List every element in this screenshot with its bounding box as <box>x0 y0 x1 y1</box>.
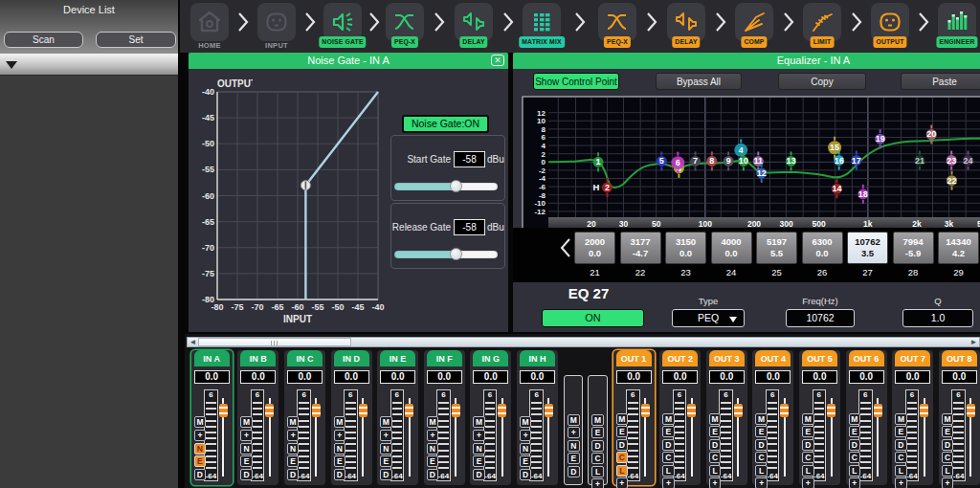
start-gate-slider[interactable] <box>394 183 498 190</box>
channel-button-e[interactable]: E <box>662 426 675 437</box>
channel-button-m[interactable]: M <box>942 413 954 425</box>
channel-button-plus[interactable]: + <box>591 478 604 488</box>
channel-button-m[interactable]: M <box>616 413 629 425</box>
channel-button-d[interactable]: D <box>568 466 580 477</box>
channel-button-e[interactable]: E <box>194 455 207 467</box>
scroll-left-icon[interactable]: ◄ <box>188 338 198 346</box>
release-gate-slider[interactable] <box>394 251 498 258</box>
channel-tab[interactable]: IN E <box>380 350 415 366</box>
channel-tab[interactable]: IN F <box>427 350 462 366</box>
channel-button-n[interactable]: N <box>568 440 580 452</box>
channel-button-plus[interactable]: + <box>849 477 861 488</box>
channel-gain-value[interactable]: 0.0 <box>616 370 652 384</box>
channel-button-c[interactable]: C <box>802 452 814 463</box>
channel-button-e[interactable]: E <box>427 455 439 467</box>
channel-button-plus[interactable]: + <box>895 477 907 488</box>
toolbar-item-output[interactable]: OUTPUT <box>870 3 910 51</box>
channel-tab[interactable]: OUT 1 <box>616 350 652 366</box>
channel-button-n[interactable]: N <box>473 443 485 455</box>
fader-handle[interactable] <box>780 404 789 417</box>
channel-button-m[interactable]: M <box>802 413 814 425</box>
channel-button-d[interactable]: D <box>380 469 392 480</box>
release-gate-value[interactable]: -58 <box>454 219 485 235</box>
channel-button-c[interactable]: C <box>662 452 675 463</box>
channel-gain-value[interactable]: 0.0 <box>662 370 698 384</box>
channel-button-c[interactable]: C <box>849 452 861 463</box>
freq-input[interactable]: 10762 <box>786 309 855 327</box>
channel-button-m[interactable]: M <box>287 416 300 428</box>
scroll-right-icon[interactable]: ► <box>969 338 979 346</box>
fader-handle[interactable] <box>498 404 506 417</box>
channel-button-e[interactable]: E <box>755 426 768 437</box>
channel-button-e[interactable]: E <box>709 426 722 437</box>
device-group-expander[interactable] <box>0 54 178 76</box>
channel-button-m[interactable]: M <box>473 416 485 428</box>
toolbar-item-limit[interactable]: LIMIT <box>802 3 842 51</box>
channel-button-d[interactable]: D <box>895 439 907 451</box>
channel-button-e[interactable]: E <box>287 455 300 467</box>
channel-gain-value[interactable]: 0.0 <box>427 370 462 384</box>
eq-band-cell-27[interactable]: 107623.5 <box>847 232 888 264</box>
channel-gain-value[interactable]: 0.0 <box>287 370 323 384</box>
fader-handle[interactable] <box>920 404 928 417</box>
channel-button-n[interactable]: N <box>287 443 300 455</box>
fader-handle[interactable] <box>405 404 413 417</box>
channel-button-d[interactable]: D <box>849 439 861 451</box>
channel-tab[interactable]: OUT 8 <box>942 350 977 366</box>
channel-button-n[interactable]: N <box>194 443 207 455</box>
q-input[interactable]: 1.0 <box>902 309 973 327</box>
channel-button-n[interactable]: N <box>380 443 392 455</box>
toolbar-item-home[interactable]: HOME <box>189 3 230 51</box>
channel-button-l[interactable]: L <box>591 466 604 477</box>
channel-button-c[interactable]: C <box>895 452 907 463</box>
channel-button-n[interactable]: N <box>427 443 439 455</box>
fader-handle[interactable] <box>452 404 460 417</box>
channel-button-m[interactable]: M <box>662 413 675 425</box>
mixer-scrollbar[interactable]: ◄ ► <box>187 337 980 347</box>
eq-band-cell-28[interactable]: 7994-5.9 <box>893 232 934 264</box>
channel-button-l[interactable]: L <box>942 465 954 477</box>
eq-band-cell-23[interactable]: 31500.0 <box>665 232 706 264</box>
channel-button-e[interactable]: E <box>942 426 954 437</box>
eq-band-cell-24[interactable]: 40000.0 <box>711 232 752 264</box>
channel-button-d[interactable]: D <box>755 439 768 451</box>
channel-tab[interactable]: OUT 7 <box>895 350 930 366</box>
toolbar-item-peq-x[interactable]: PEQ-X <box>385 3 425 51</box>
channel-button-l[interactable]: L <box>709 465 722 477</box>
channel-button-m[interactable]: M <box>380 416 392 428</box>
collapsed-strip-2[interactable]: MEDCL+ <box>588 375 608 485</box>
channel-tab[interactable]: OUT 5 <box>802 350 837 366</box>
fader-handle[interactable] <box>265 404 274 417</box>
fader-handle[interactable] <box>827 404 835 417</box>
channel-tab[interactable]: IN H <box>520 350 555 366</box>
channel-button-d[interactable]: D <box>591 440 604 452</box>
channel-button-plus[interactable]: + <box>473 430 485 441</box>
channel-button-e[interactable]: E <box>591 427 604 438</box>
channel-gain-value[interactable]: 0.0 <box>380 370 415 384</box>
channel-button-e[interactable]: E <box>520 455 532 467</box>
channel-button-d[interactable]: D <box>709 439 722 451</box>
channel-button-plus[interactable]: + <box>662 477 675 488</box>
channel-button-plus[interactable]: + <box>194 430 207 441</box>
channel-button-m[interactable]: M <box>591 414 604 426</box>
channel-button-c[interactable]: C <box>709 452 722 463</box>
fader-handle[interactable] <box>874 404 882 417</box>
band-scroll-left-icon[interactable] <box>559 237 572 258</box>
fader-handle[interactable] <box>312 404 321 417</box>
channel-gain-value[interactable]: 0.0 <box>520 370 555 384</box>
fader-handle[interactable] <box>545 404 553 417</box>
channel-button-e[interactable]: E <box>473 455 485 467</box>
channel-tab[interactable]: IN G <box>473 350 508 366</box>
channel-tab[interactable]: OUT 3 <box>709 350 745 366</box>
channel-button-l[interactable]: L <box>802 465 814 477</box>
channel-button-c[interactable]: C <box>616 452 629 463</box>
channel-gain-value[interactable]: 0.0 <box>334 370 369 384</box>
channel-tab[interactable]: IN D <box>334 350 369 366</box>
channel-button-m[interactable]: M <box>334 416 346 428</box>
channel-button-e[interactable]: E <box>568 453 580 464</box>
channel-button-e[interactable]: E <box>240 455 253 467</box>
channel-button-c[interactable]: C <box>942 452 954 463</box>
channel-button-d[interactable]: D <box>616 439 629 451</box>
start-gate-slider-knob[interactable] <box>450 180 462 192</box>
scan-button[interactable]: Scan <box>4 32 83 48</box>
